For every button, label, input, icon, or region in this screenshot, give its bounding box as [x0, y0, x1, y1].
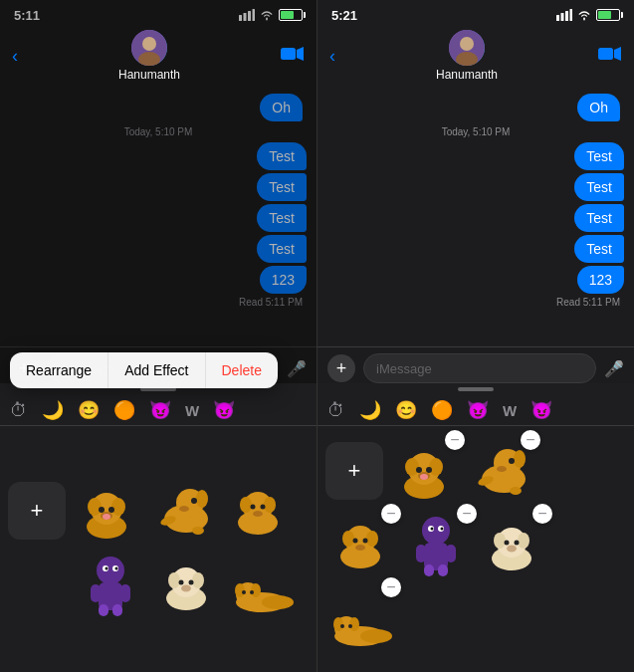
tab-moon-right[interactable]: 🌙 [359, 399, 381, 421]
tab-devil2-right[interactable]: 😈 [530, 399, 552, 421]
tab-orange-right[interactable]: 🟠 [431, 399, 453, 421]
minus-badge-6[interactable]: − [381, 577, 401, 597]
sticker-white-dog-left[interactable] [151, 550, 221, 619]
sticker-dog3-left[interactable] [223, 476, 293, 546]
svg-point-26 [240, 497, 252, 513]
svg-point-82 [366, 531, 378, 547]
tab-emoji-left[interactable]: 😊 [78, 399, 100, 421]
sticker-purple-left[interactable] [76, 550, 145, 619]
tab-devil-left[interactable]: 😈 [149, 399, 171, 421]
tab-w-right[interactable]: W [503, 402, 517, 419]
msg-test2-left: Test [257, 173, 307, 201]
sticker-row1-right: + − − [317, 426, 634, 510]
sticker-add-right[interactable]: + [325, 442, 383, 500]
minus-badge-4[interactable]: − [457, 504, 477, 524]
sticker-add-left[interactable]: + [8, 482, 66, 540]
svg-point-69 [426, 467, 432, 473]
msg-123-right: 123 [577, 266, 624, 294]
minus-badge-2[interactable]: − [521, 430, 540, 450]
wifi-icon-left [259, 9, 275, 21]
time-left: 5:11 [14, 8, 40, 23]
svg-rect-55 [556, 15, 559, 21]
msg-oh-right: Oh [577, 94, 620, 121]
video-button-right[interactable] [598, 46, 622, 66]
msg-test3-right: Test [574, 204, 624, 232]
msg-123-left: 123 [260, 266, 307, 294]
status-bar-right: 5:21 [317, 0, 634, 26]
svg-point-52 [242, 590, 246, 594]
imessage-input-right[interactable]: iMessage [363, 353, 596, 383]
tab-orange-left[interactable]: 🟠 [113, 399, 135, 421]
signal-icon-right [556, 9, 572, 21]
svg-point-40 [115, 567, 118, 570]
video-button-left[interactable] [281, 46, 305, 66]
mic-button-right[interactable]: 🎤 [604, 359, 624, 378]
svg-point-95 [441, 528, 444, 531]
svg-point-12 [111, 498, 125, 516]
sticker-lying-dog-left[interactable] [227, 550, 297, 619]
contact-center-right[interactable]: Hanumanth [436, 30, 498, 82]
svg-point-5 [142, 37, 156, 51]
sticker-row2-left [0, 550, 317, 623]
msg-test4-right: Test [574, 235, 624, 263]
svg-point-75 [509, 458, 515, 464]
svg-rect-90 [424, 564, 434, 576]
status-icons-left [239, 9, 303, 21]
minus-badge-3[interactable]: − [381, 504, 401, 524]
sticker-row2-right: − − [317, 510, 634, 583]
tab-w-left[interactable]: W [185, 402, 199, 419]
svg-point-85 [355, 545, 365, 551]
sticker-dog1-left[interactable] [72, 476, 141, 546]
minus-badge-1[interactable]: − [445, 430, 465, 450]
svg-point-67 [429, 458, 443, 476]
svg-point-84 [363, 539, 368, 544]
svg-point-60 [460, 37, 474, 51]
minus-badge-5[interactable]: − [532, 504, 552, 524]
svg-point-53 [250, 590, 254, 594]
svg-point-50 [235, 583, 245, 597]
tab-moon-left[interactable]: 🌙 [42, 399, 64, 421]
rearrange-btn[interactable]: Rearrange [10, 352, 108, 388]
svg-point-83 [353, 539, 358, 544]
tab-emoji-right[interactable]: 😊 [395, 399, 417, 421]
sticker-tabs-right: ⏱ 🌙 😊 🟠 😈 W 😈 [317, 393, 634, 426]
svg-point-81 [342, 531, 354, 547]
sticker-dog3-right[interactable]: − [325, 510, 395, 579]
delete-btn[interactable]: Delete [206, 352, 278, 388]
sticker-purple-right[interactable]: − [401, 510, 471, 579]
sticker-dog2-right[interactable]: − [465, 436, 534, 506]
tab-devil-right[interactable]: 😈 [467, 399, 489, 421]
time-right: 5:21 [331, 8, 357, 23]
svg-point-71 [420, 474, 428, 480]
svg-point-100 [505, 541, 510, 546]
plus-button-right[interactable]: + [327, 354, 355, 382]
read-receipt-right: Read 5:11 PM [327, 297, 624, 308]
svg-rect-62 [598, 48, 613, 60]
add-effect-btn[interactable]: Add Effect [108, 352, 205, 388]
tab-devil2-left[interactable]: 😈 [213, 399, 235, 421]
svg-point-43 [168, 572, 180, 588]
sticker-white-dog-right[interactable]: − [477, 510, 546, 579]
svg-point-106 [349, 617, 359, 631]
battery-icon-right [596, 9, 620, 21]
mic-button-left[interactable]: 🎤 [287, 359, 307, 378]
svg-point-47 [181, 585, 191, 592]
avatar-left [131, 30, 167, 66]
contact-center-left[interactable]: Hanumanth [118, 30, 180, 82]
sticker-dog2-left[interactable] [147, 476, 217, 546]
drag-handle-right[interactable] [458, 387, 494, 391]
sticker-dog1-right[interactable]: − [389, 436, 459, 506]
svg-rect-3 [253, 9, 256, 21]
msg-test3-left: Test [257, 204, 307, 232]
svg-point-14 [108, 507, 114, 513]
contact-name-right: Hanumanth [436, 68, 498, 82]
back-button-left[interactable]: ‹ [12, 46, 18, 67]
svg-point-19 [196, 490, 208, 508]
svg-point-21 [179, 506, 189, 512]
svg-rect-35 [99, 604, 108, 616]
tab-recent-right[interactable]: ⏱ [327, 400, 345, 421]
sticker-lying-dog-right[interactable]: − [325, 583, 395, 653]
svg-point-29 [261, 505, 266, 510]
back-button-right[interactable]: ‹ [329, 46, 335, 67]
tab-recent-left[interactable]: ⏱ [10, 400, 28, 421]
